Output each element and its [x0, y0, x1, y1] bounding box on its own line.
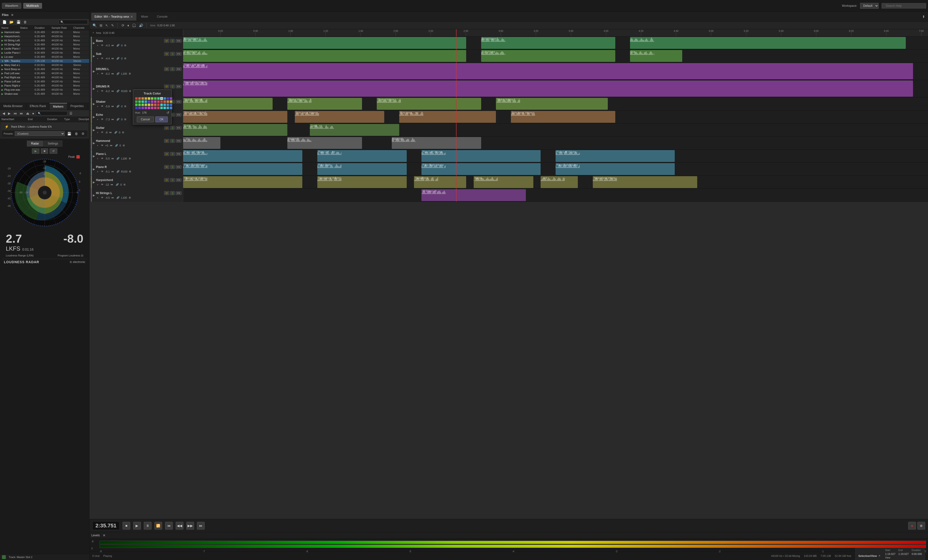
track-content[interactable]: Echo break VolumeEcho break VolumeEcho b… — [183, 110, 928, 123]
track-record-btn[interactable]: ● — [96, 104, 99, 108]
toolbar-select[interactable]: ↖ — [104, 23, 110, 28]
file-row[interactable]: ▶ Piano Right.wav 6:26.489 44100 Hz Mono — [0, 84, 89, 88]
track-rewind-btn[interactable]: ⏮ — [110, 89, 115, 93]
color-swatch[interactable] — [148, 97, 150, 100]
track-rewind-btn[interactable]: ⏮ — [110, 196, 115, 199]
track-segment[interactable]: Hamond ... — [392, 137, 481, 149]
color-swatch[interactable] — [163, 97, 166, 100]
mixer-tab[interactable]: Mixer — [137, 14, 152, 19]
track-segment[interactable]: Harpsichord Volume — [593, 176, 697, 188]
track-more-btn[interactable]: ⊞ — [121, 131, 125, 134]
effects-menu-btn[interactable]: ☰ — [69, 111, 73, 116]
toolbar-marker[interactable]: ♦ — [126, 23, 130, 28]
track-content[interactable]: Guitar...eGuitar...e — [183, 124, 928, 136]
track-segment[interactable]: Harpsi... — [474, 176, 533, 188]
track-segment[interactable]: Piano Right Volume — [556, 163, 675, 175]
track-record-btn[interactable]: ● — [96, 143, 99, 147]
track-rewind-btn[interactable]: ⏮ — [110, 72, 115, 75]
track-link-btn[interactable]: 🔗 — [114, 143, 119, 147]
track-link-btn[interactable]: 🔗 — [116, 72, 121, 75]
radar-play-btn[interactable]: ▶ — [32, 148, 40, 154]
color-swatch[interactable] — [169, 107, 172, 109]
track-monitor-btn[interactable]: 👁 — [100, 89, 104, 93]
track-record-btn[interactable]: ● — [96, 131, 99, 134]
color-swatch[interactable] — [163, 107, 166, 109]
effects-tool-btn4[interactable]: ⏭ — [19, 111, 24, 116]
track-segment[interactable]: ...d — [183, 137, 220, 149]
color-swatch[interactable] — [160, 104, 163, 106]
track-fx-btn[interactable]: FX — [176, 179, 182, 182]
track-solo-btn[interactable]: S — [170, 139, 175, 143]
track-segment[interactable]: Piano Left ...me — [317, 150, 407, 162]
file-row[interactable]: ▶ Shaker.wav 6:26.489 44100 Hz Mono — [0, 92, 89, 96]
track-segment[interactable]: Piano Left Volume — [556, 150, 675, 162]
file-row[interactable]: ★ MA - Teardrop.sesx * 7:05.138 44100 Hz… — [0, 59, 89, 63]
effects-tool-btn1[interactable]: ◀ — [2, 111, 6, 116]
track-more-btn[interactable]: ⊞ — [123, 104, 127, 108]
color-swatch[interactable] — [157, 97, 160, 100]
file-row[interactable]: ▶ Hi String Right.wav 6:26.489 44100 Hz … — [0, 43, 89, 47]
files-delete-btn[interactable]: 🗑 — [23, 20, 28, 24]
track-solo-btn[interactable]: S — [170, 85, 175, 89]
track-segment[interactable]: Harpsichord Volume — [183, 176, 302, 188]
color-swatch[interactable] — [145, 107, 147, 109]
files-new-btn[interactable]: 📄 — [2, 20, 8, 24]
file-row[interactable]: ▶ Liz.wav 6:26.489 44100 Hz Mono — [0, 55, 89, 59]
track-fx-btn[interactable]: FX — [176, 126, 182, 130]
track-monitor-btn[interactable]: 👁 — [100, 104, 104, 108]
track-record-btn[interactable]: ● — [96, 117, 99, 121]
presets-save-btn[interactable]: 💾 — [66, 131, 72, 136]
track-solo-btn[interactable]: S — [170, 152, 175, 156]
track-expand-btn[interactable]: ▶ — [93, 70, 95, 73]
file-row[interactable]: ▶ Pad Right.wav 6:26.489 44100 Hz Mono — [0, 75, 89, 79]
track-expand-btn[interactable]: ▶ — [93, 41, 95, 45]
track-link-btn[interactable]: 🔗 — [116, 56, 121, 60]
effects-tool-btn6[interactable]: ● — [31, 111, 35, 116]
track-link-btn[interactable]: 🔗 — [116, 44, 121, 47]
track-monitor-btn[interactable]: 👁 — [100, 131, 104, 134]
track-expand-btn[interactable]: ▶ — [93, 168, 95, 171]
color-swatch[interactable] — [163, 100, 166, 103]
track-record-btn[interactable]: ● — [96, 44, 99, 47]
color-swatch[interactable] — [154, 107, 157, 109]
track-mute-btn[interactable]: M — [164, 178, 169, 182]
track-more-btn[interactable]: ⊞ — [123, 56, 127, 60]
track-rewind-btn[interactable]: ⏮ — [110, 117, 115, 121]
track-monitor-btn[interactable]: 👁 — [100, 56, 104, 60]
track-fx-btn[interactable]: FX — [176, 39, 182, 43]
toolbar-snap[interactable]: ⊞ — [98, 23, 104, 28]
toolbar-headphones[interactable]: 🎧 — [131, 23, 137, 28]
file-row[interactable]: ▶ Lezlie Piano Right.wav 6:26.489 44100 … — [0, 51, 89, 55]
track-content[interactable]: Drums Left Volume — [183, 63, 928, 80]
file-row[interactable]: ▶ Hi String Left.wav 6:26.489 44100 Hz M… — [0, 38, 89, 43]
color-swatch[interactable] — [160, 107, 163, 109]
track-rewind-btn[interactable]: ⏮ — [110, 44, 115, 47]
search-help-input[interactable] — [882, 3, 926, 8]
track-segment[interactable]: Harpsichord Volume — [317, 176, 407, 188]
track-mute-btn[interactable]: M — [164, 152, 169, 156]
transport-loop[interactable]: 🔁 — [154, 522, 162, 529]
color-swatch[interactable] — [151, 100, 153, 103]
track-content[interactable]: Piano Left VolumePiano Left ...mePiano L… — [183, 150, 928, 162]
color-swatch[interactable] — [148, 104, 150, 106]
track-rewind-btn[interactable]: ⏮ — [110, 56, 115, 60]
track-segment[interactable]: Guitar...e — [310, 124, 399, 136]
track-fx-btn[interactable]: FX — [176, 191, 182, 195]
track-mute-btn[interactable]: M — [164, 126, 169, 130]
track-link-btn[interactable]: 🔗 — [116, 117, 121, 121]
track-fx-btn[interactable]: FX — [176, 152, 182, 156]
track-solo-btn[interactable]: S — [170, 191, 175, 195]
transport-pause[interactable]: ⏸ — [144, 522, 151, 529]
tab-properties[interactable]: Properties — [67, 103, 87, 110]
transport-forward-end[interactable]: ⏭ — [197, 522, 205, 529]
track-record-btn[interactable]: ● — [96, 56, 99, 60]
levels-close-btn[interactable]: ✕ — [102, 533, 107, 538]
toolbar-cursor[interactable]: ✎ — [110, 23, 115, 28]
track-segment[interactable]: ...ord — [540, 176, 578, 188]
color-swatch[interactable] — [141, 104, 144, 106]
track-solo-btn[interactable]: S — [170, 39, 175, 43]
track-fx-btn[interactable]: FX — [176, 165, 182, 169]
track-more-btn[interactable]: ⊞ — [122, 183, 127, 186]
track-link-btn[interactable]: 🔗 — [116, 89, 121, 93]
files-open-btn[interactable]: 📂 — [8, 20, 14, 24]
